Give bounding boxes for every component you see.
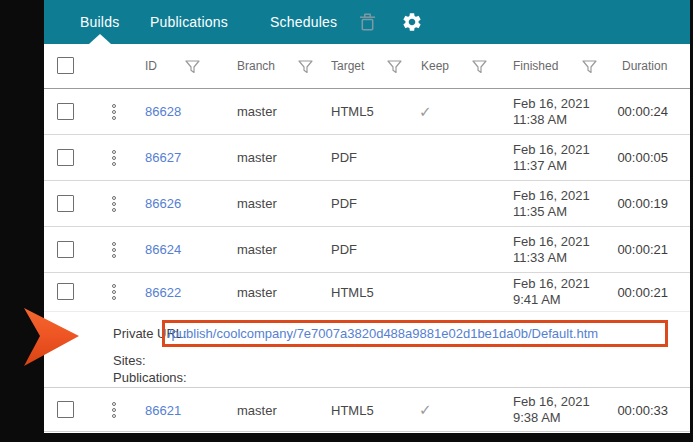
build-details-panel: Private URL: /publish/coolcompany/7e7007… [44, 311, 690, 388]
row-menu-icon[interactable] [110, 282, 118, 302]
build-id-link[interactable]: 86621 [145, 389, 181, 431]
row-checkbox[interactable] [57, 283, 74, 300]
build-id-link[interactable]: 86626 [145, 181, 181, 226]
build-id-link[interactable]: 86622 [145, 273, 181, 311]
duration-cell: 00:00:21 [582, 227, 668, 272]
table-row: 86627 master PDF Feb 16, 202111:37 AM 00… [44, 135, 690, 181]
publications-label: Publications: [113, 370, 187, 385]
keep-check-icon: ✓ [419, 89, 432, 134]
trash-icon[interactable] [356, 11, 378, 33]
target-cell: PDF [331, 135, 357, 180]
row-menu-icon[interactable] [110, 240, 118, 260]
row-menu-icon[interactable] [110, 102, 118, 122]
column-header-branch: Branch [237, 44, 275, 89]
row-checkbox[interactable] [57, 103, 74, 120]
row-checkbox[interactable] [57, 195, 74, 212]
private-url-link[interactable]: /publish/coolcompany/7e7007a3820d488a988… [168, 326, 598, 341]
finished-cell: Feb 16, 202111:37 AM [513, 135, 590, 180]
table-header: ID Branch Target Keep Finished Duration [44, 44, 690, 89]
row-checkbox[interactable] [57, 241, 74, 258]
branch-cell: master [237, 181, 277, 226]
sites-label: Sites: [113, 353, 146, 368]
target-cell: PDF [331, 227, 357, 272]
row-menu-icon[interactable] [110, 400, 118, 420]
branch-cell: master [237, 89, 277, 134]
row-checkbox[interactable] [57, 149, 74, 166]
row-checkbox[interactable] [57, 401, 74, 418]
gear-icon[interactable] [401, 11, 423, 33]
finished-cell: Feb 16, 202111:38 AM [513, 89, 590, 134]
duration-cell: 00:00:33 [582, 389, 668, 431]
branch-cell: master [237, 135, 277, 180]
duration-cell: 00:00:24 [582, 89, 668, 134]
column-header-finished: Finished [513, 44, 558, 89]
column-header-id: ID [145, 44, 157, 89]
tab-schedules[interactable]: Schedules [270, 0, 337, 44]
filter-icon-keep[interactable] [472, 60, 487, 74]
tab-publications[interactable]: Publications [150, 0, 228, 44]
build-id-link[interactable]: 86624 [145, 227, 181, 272]
finished-cell: Feb 16, 202111:35 AM [513, 181, 590, 226]
table-row: 86624 master PDF Feb 16, 202111:33 AM 00… [44, 227, 690, 273]
branch-cell: master [237, 389, 277, 431]
keep-check-icon: ✓ [419, 389, 432, 431]
target-cell: HTML5 [331, 389, 374, 431]
row-menu-icon[interactable] [110, 148, 118, 168]
column-header-keep: Keep [421, 44, 449, 89]
table-row: 86621 master HTML5 ✓ Feb 16, 20219:38 AM… [44, 389, 690, 432]
finished-cell: Feb 16, 202111:33 AM [513, 227, 590, 272]
filter-icon-id[interactable] [185, 60, 200, 74]
duration-cell: 00:00:21 [582, 273, 668, 311]
branch-cell: master [237, 273, 277, 311]
duration-cell: 00:00:19 [582, 181, 668, 226]
screenshot-canvas: Builds Publications Schedules ID [0, 0, 693, 442]
duration-cell: 00:00:05 [582, 135, 668, 180]
filter-icon-finished[interactable] [582, 60, 597, 74]
target-cell: HTML5 [331, 273, 374, 311]
table-row: 86628 master HTML5 ✓ Feb 16, 202111:38 A… [44, 89, 690, 135]
finished-cell: Feb 16, 20219:41 AM [513, 273, 590, 311]
filter-icon-target[interactable] [387, 60, 402, 74]
target-cell: PDF [331, 181, 357, 226]
builds-panel: Builds Publications Schedules ID [44, 0, 690, 433]
column-header-target: Target [331, 44, 364, 89]
row-menu-icon[interactable] [110, 194, 118, 214]
tab-bar: Builds Publications Schedules [44, 0, 690, 44]
filter-icon-branch[interactable] [298, 60, 313, 74]
column-header-duration: Duration [622, 44, 667, 89]
table-row: 86626 master PDF Feb 16, 202111:35 AM 00… [44, 181, 690, 227]
build-id-link[interactable]: 86628 [145, 89, 181, 134]
active-tab-pointer [89, 34, 111, 44]
finished-cell: Feb 16, 20219:38 AM [513, 389, 590, 431]
select-all-checkbox[interactable] [57, 57, 74, 74]
branch-cell: master [237, 227, 277, 272]
table-row-expanded: 86622 master HTML5 Feb 16, 20219:41 AM 0… [44, 273, 690, 311]
target-cell: HTML5 [331, 89, 374, 134]
build-id-link[interactable]: 86627 [145, 135, 181, 180]
